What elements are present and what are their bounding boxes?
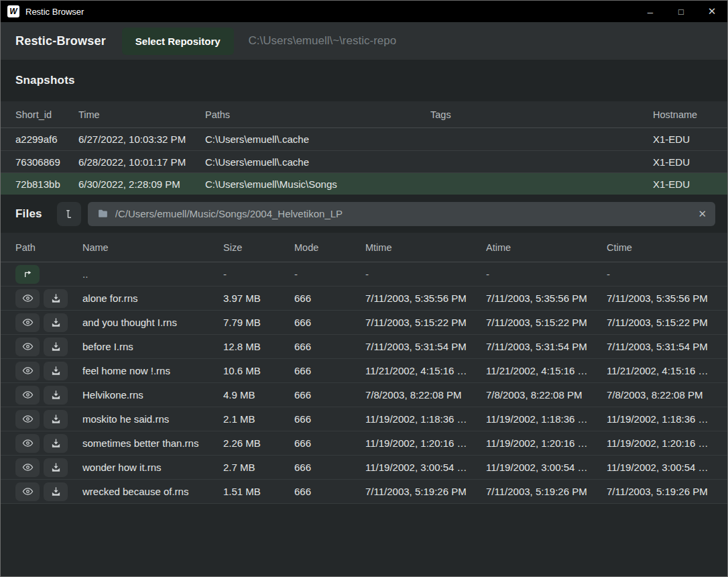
eye-icon: [22, 341, 34, 352]
file-row: wrecked because of.rns 1.51 MB 666 7/11/…: [1, 480, 727, 504]
snapshot-time: 6/27/2022, 10:03:32 PM: [78, 134, 205, 145]
download-file-button[interactable]: [44, 313, 68, 332]
column-header-atime: Atime: [486, 242, 607, 253]
current-path-bar[interactable]: /C/Users/emuell/Music/Songs/2004_Helveti…: [88, 202, 715, 226]
column-header-mtime: Mtime: [365, 242, 486, 253]
snapshot-paths: C:\Users\emuell\.cache: [205, 134, 430, 145]
eye-icon: [22, 486, 34, 497]
column-header-hostname: Hostname: [653, 109, 713, 120]
download-file-button[interactable]: [44, 410, 68, 429]
file-name: before I.rns: [82, 341, 223, 352]
download-icon: [51, 486, 61, 496]
file-size: 4.9 MB: [223, 389, 294, 401]
download-icon: [51, 390, 61, 400]
eye-icon: [22, 365, 34, 376]
preview-file-button[interactable]: [15, 386, 40, 405]
file-ctime: 7/11/2003, 5:15:22 PM: [607, 317, 713, 328]
file-size: 3.97 MB: [223, 293, 294, 304]
file-ctime: 7/11/2003, 5:19:26 PM: [607, 486, 713, 497]
column-header-paths: Paths: [205, 109, 430, 120]
file-mode: -: [294, 268, 365, 280]
snapshot-hostname: X1-EDU: [653, 178, 713, 190]
column-header-short-id: Short_id: [15, 109, 78, 120]
snapshots-table: Short_id Time Paths Tags Hostname a2299a…: [1, 101, 727, 195]
file-mtime: 11/21/2002, 4:15:16 …: [365, 365, 486, 376]
preview-file-button[interactable]: [15, 289, 40, 308]
parent-dir-row: .. - - - - -: [1, 262, 727, 286]
file-mode: 666: [294, 389, 365, 401]
column-header-mode: Mode: [294, 242, 365, 253]
download-file-button[interactable]: [44, 458, 68, 477]
snapshot-row[interactable]: 76306869 6/28/2022, 10:01:17 PM C:\Users…: [1, 150, 727, 172]
titlebar[interactable]: W Restic Browser – □ ✕: [1, 1, 727, 22]
column-header-ctime: Ctime: [607, 242, 713, 253]
file-size: 12.8 MB: [223, 341, 294, 352]
current-path-text: /C/Users/emuell/Music/Songs/2004_Helveti…: [115, 208, 692, 219]
download-icon: [51, 293, 61, 303]
file-mtime: 11/19/2002, 1:18:36 …: [365, 413, 486, 425]
download-icon: [51, 342, 61, 352]
file-ctime: 7/8/2003, 8:22:08 PM: [607, 389, 713, 401]
file-size: 7.79 MB: [223, 317, 294, 328]
snapshot-time: 6/28/2022, 10:01:17 PM: [78, 156, 205, 168]
file-atime: 11/19/2002, 1:18:36 …: [486, 413, 607, 425]
files-title: Files: [15, 207, 42, 221]
snapshots-table-header: Short_id Time Paths Tags Hostname: [1, 101, 727, 128]
snapshot-row[interactable]: a2299af6 6/27/2022, 10:03:32 PM C:\Users…: [1, 128, 727, 150]
snapshot-short-id: 76306869: [15, 156, 78, 168]
download-file-button[interactable]: [44, 482, 68, 501]
eye-icon: [22, 437, 34, 449]
preview-file-button[interactable]: [15, 458, 40, 477]
level-icon: [63, 208, 75, 220]
column-header-name: Name: [82, 242, 223, 253]
close-button[interactable]: ✕: [696, 1, 727, 22]
file-mtime: 7/8/2003, 8:22:08 PM: [365, 389, 486, 401]
file-atime: 7/11/2003, 5:31:54 PM: [486, 341, 607, 352]
file-mode: 666: [294, 365, 365, 376]
preview-file-button[interactable]: [15, 313, 40, 332]
preview-file-button[interactable]: [15, 482, 40, 501]
file-row: Helvikone.rns 4.9 MB 666 7/8/2003, 8:22:…: [1, 383, 727, 407]
file-ctime: 7/11/2003, 5:31:54 PM: [607, 341, 713, 352]
file-atime: 7/11/2003, 5:15:22 PM: [486, 317, 607, 328]
file-mode: 666: [294, 317, 365, 328]
file-mode: 666: [294, 293, 365, 304]
file-atime: -: [486, 268, 607, 280]
file-ctime: 7/11/2003, 5:35:56 PM: [607, 293, 713, 304]
clear-path-button[interactable]: ✕: [698, 208, 707, 220]
preview-file-button[interactable]: [15, 434, 40, 453]
snapshot-row-selected[interactable]: 72b813bb 6/30/2022, 2:28:09 PM C:\Users\…: [1, 172, 727, 195]
download-file-button[interactable]: [44, 337, 68, 356]
snapshot-time: 6/30/2022, 2:28:09 PM: [78, 178, 205, 190]
download-file-button[interactable]: [44, 289, 68, 308]
go-up-button[interactable]: [15, 265, 40, 284]
download-file-button[interactable]: [44, 434, 68, 453]
preview-file-button[interactable]: [15, 410, 40, 429]
file-mtime: 11/19/2002, 3:00:54 …: [365, 462, 486, 473]
preview-file-button[interactable]: [15, 362, 40, 380]
file-mtime: 11/19/2002, 1:20:16 …: [365, 437, 486, 449]
path-level-button[interactable]: [57, 202, 81, 226]
wails-logo-icon: W: [7, 5, 19, 17]
download-file-button[interactable]: [44, 386, 68, 405]
file-size: 2.26 MB: [223, 437, 294, 449]
file-name: Helvikone.rns: [82, 389, 223, 401]
download-icon: [51, 438, 61, 448]
minimize-button[interactable]: –: [635, 1, 666, 22]
snapshots-section-header: Snapshots: [1, 60, 727, 101]
file-mode: 666: [294, 486, 365, 497]
file-name: moskito he said.rns: [82, 413, 223, 425]
file-name: alone for.rns: [82, 293, 223, 304]
preview-file-button[interactable]: [15, 337, 40, 356]
select-repository-button[interactable]: Select Repository: [122, 28, 234, 55]
file-size: 1.51 MB: [223, 486, 294, 497]
eye-icon: [22, 413, 34, 425]
file-mtime: 7/11/2003, 5:31:54 PM: [365, 341, 486, 352]
maximize-button[interactable]: □: [666, 1, 696, 22]
download-icon: [51, 414, 61, 424]
column-header-tags: Tags: [430, 109, 653, 120]
files-section-header: Files /C/Users/emuell/Music/Songs/2004_H…: [1, 195, 727, 233]
file-size: 2.1 MB: [223, 413, 294, 425]
file-size: 2.7 MB: [223, 462, 294, 473]
download-file-button[interactable]: [44, 362, 68, 380]
